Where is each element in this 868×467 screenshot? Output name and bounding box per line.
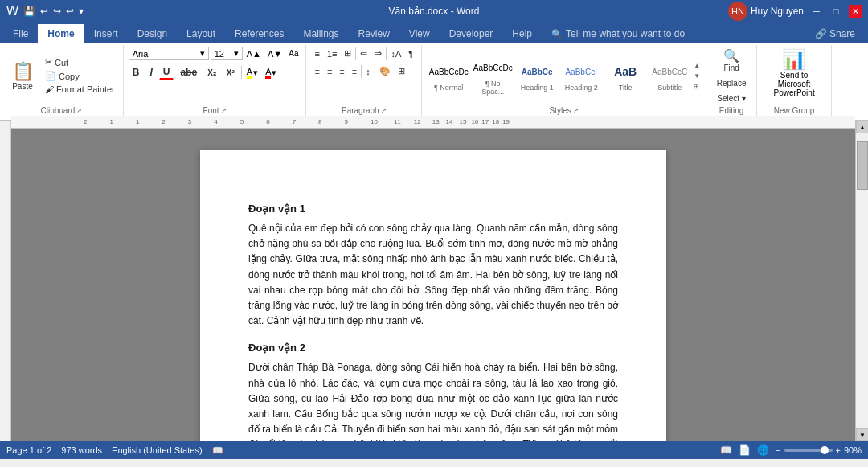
decrease-indent-button[interactable]: ⇐ bbox=[357, 47, 371, 60]
style-subtitle[interactable]: AaBbCcC Subtitle bbox=[648, 57, 691, 94]
zoom-out-button[interactable]: − bbox=[776, 445, 780, 455]
styles-scroll-down[interactable]: ▼ bbox=[693, 72, 701, 80]
tab-help[interactable]: Help bbox=[502, 24, 542, 43]
minimize-button[interactable]: ─ bbox=[810, 5, 823, 18]
paragraph-expand-icon[interactable]: ↗ bbox=[381, 107, 387, 114]
document-container[interactable]: 2 1 1 2 3 4 5 6 7 8 9 10 11 12 13 14 15 … bbox=[11, 121, 855, 441]
styles-gallery: AaBbCcDc ¶ Normal AaBbCcDc ¶ No Spac... … bbox=[427, 53, 691, 98]
bullets-button[interactable]: ≡ bbox=[311, 47, 322, 60]
redo-icon[interactable]: ↪ bbox=[53, 6, 61, 17]
styles-scroll-up[interactable]: ▲ bbox=[693, 61, 701, 70]
styles-scroll-buttons: ▲ ▼ ⊞ bbox=[693, 61, 701, 91]
style-normal[interactable]: AaBbCcDc ¶ Normal bbox=[427, 57, 470, 94]
web-layout-button[interactable]: 🌐 bbox=[757, 444, 769, 456]
shading-button[interactable]: 🎨 bbox=[376, 64, 394, 78]
styles-expand[interactable]: ⊞ bbox=[693, 82, 701, 91]
tab-developer[interactable]: Developer bbox=[440, 24, 503, 43]
scroll-track[interactable] bbox=[856, 133, 868, 428]
show-hide-button[interactable]: ¶ bbox=[405, 47, 416, 60]
justify-button[interactable]: ≡ bbox=[349, 65, 360, 78]
font-color-dropdown[interactable]: ▾ bbox=[272, 68, 276, 78]
undo-icon[interactable]: ↩ bbox=[40, 6, 48, 17]
find-button[interactable]: 🔍 Find bbox=[711, 47, 751, 74]
style-heading2-label: Heading 2 bbox=[565, 84, 598, 92]
tab-design[interactable]: Design bbox=[128, 24, 177, 43]
text-highlight-dropdown[interactable]: ▾ bbox=[253, 68, 258, 78]
style-subtitle-label: Subtitle bbox=[657, 84, 682, 92]
subscript-button[interactable]: X₂ bbox=[203, 67, 220, 79]
undo2-icon[interactable]: ↩ bbox=[66, 6, 74, 17]
tab-file[interactable]: File bbox=[3, 24, 38, 43]
text-highlight-button[interactable]: A ▾ bbox=[244, 66, 260, 80]
multilevel-list-button[interactable]: ⊞ bbox=[341, 47, 354, 60]
bold-button[interactable]: B bbox=[129, 65, 144, 80]
send-to-ppt-button[interactable]: 📊 Send to MicrosoftPowerPoint bbox=[762, 47, 826, 99]
ruler-content: 2 1 1 2 3 4 5 6 7 8 9 10 11 12 13 14 15 … bbox=[11, 121, 855, 128]
style-heading1[interactable]: AaBbCc Heading 1 bbox=[515, 57, 559, 94]
styles-expand-icon[interactable]: ↗ bbox=[573, 107, 579, 114]
scroll-thumb[interactable] bbox=[857, 141, 868, 190]
superscript-button[interactable]: X² bbox=[223, 67, 239, 79]
tab-view[interactable]: View bbox=[399, 24, 440, 43]
style-subtitle-preview: AaBbCcC bbox=[650, 59, 689, 84]
increase-indent-button[interactable]: ⇒ bbox=[371, 47, 385, 60]
font-color-button[interactable]: A ▾ bbox=[263, 66, 279, 80]
section-content-2[interactable]: Dưới chân Tháp Bà Ponaga, dòng sông Cái … bbox=[248, 360, 618, 441]
share-button[interactable]: 🔗 Share bbox=[805, 24, 865, 43]
para-sep2 bbox=[386, 47, 387, 60]
style-heading2[interactable]: AaBbCcI Heading 2 bbox=[559, 57, 603, 94]
font-bottom-row: B I U abc X₂ X² A ▾ A ▾ bbox=[129, 64, 280, 80]
copy-button[interactable]: 📄 Copy bbox=[42, 70, 118, 82]
borders-button[interactable]: ⊞ bbox=[395, 64, 408, 78]
tab-layout[interactable]: Layout bbox=[177, 24, 225, 43]
style-no-spacing[interactable]: AaBbCcDc ¶ No Spac... bbox=[471, 53, 514, 98]
section-title-1: Đoạn vận 1 bbox=[248, 203, 618, 215]
select-button[interactable]: Select ▾ bbox=[711, 92, 751, 104]
style-normal-label: ¶ Normal bbox=[434, 84, 463, 92]
align-center-button[interactable]: ≡ bbox=[324, 65, 335, 78]
tab-home[interactable]: Home bbox=[38, 24, 84, 43]
scroll-down-button[interactable]: ▼ bbox=[856, 428, 868, 441]
close-button[interactable]: ✕ bbox=[849, 5, 862, 18]
line-spacing-button[interactable]: ↕ bbox=[362, 65, 374, 78]
tab-mailings[interactable]: Mailings bbox=[293, 24, 348, 43]
paragraph-content: ≡ 1≡ ⊞ ⇐ ⇒ ↕A ¶ ≡ ≡ ≡ ≡ ↕ bbox=[311, 47, 416, 104]
zoom-slider[interactable] bbox=[784, 449, 833, 452]
tab-search[interactable]: 🔍 Tell me what you want to do bbox=[542, 24, 694, 43]
document-page[interactable]: Đoạn vận 1 Quê nội của em đẹp bởi có con… bbox=[200, 150, 666, 441]
strikethrough-button[interactable]: abc bbox=[176, 65, 201, 80]
font-expand-icon[interactable]: ↗ bbox=[221, 107, 227, 114]
tab-insert[interactable]: Insert bbox=[84, 24, 128, 43]
para-row-2: ≡ ≡ ≡ ≡ ↕ 🎨 ⊞ bbox=[311, 64, 407, 78]
sort-button[interactable]: ↕A bbox=[387, 47, 404, 60]
scroll-up-button[interactable]: ▲ bbox=[856, 121, 868, 133]
read-mode-button[interactable]: 📖 bbox=[720, 444, 732, 456]
zoom-in-button[interactable]: + bbox=[836, 445, 841, 455]
replace-button[interactable]: Replace bbox=[711, 77, 751, 89]
customize-icon[interactable]: ▾ bbox=[79, 6, 84, 17]
paste-button[interactable]: 📋 Paste bbox=[5, 59, 40, 92]
italic-button[interactable]: I bbox=[145, 65, 156, 80]
clipboard-expand-icon[interactable]: ↗ bbox=[76, 107, 82, 114]
font-grow-button[interactable]: A▲ bbox=[244, 48, 264, 59]
tab-references[interactable]: References bbox=[225, 24, 293, 43]
font-size-selector[interactable]: 12 ▾ bbox=[211, 47, 243, 60]
align-right-button[interactable]: ≡ bbox=[336, 65, 347, 78]
style-title[interactable]: AaB Title bbox=[604, 57, 647, 94]
cut-button[interactable]: ✂ Cut bbox=[42, 56, 118, 68]
section-content-1[interactable]: Quê nội của em đẹp bởi có con sông chảy … bbox=[248, 221, 618, 329]
numbering-button[interactable]: 1≡ bbox=[324, 47, 341, 60]
save-icon[interactable]: 💾 bbox=[23, 6, 35, 17]
font-shrink-button[interactable]: A▼ bbox=[265, 48, 285, 59]
tab-review[interactable]: Review bbox=[348, 24, 399, 43]
format-painter-button[interactable]: 🖌 Format Painter bbox=[42, 84, 118, 95]
restore-button[interactable]: □ bbox=[829, 5, 842, 18]
print-layout-button[interactable]: 📄 bbox=[739, 444, 751, 456]
font-name-selector[interactable]: Arial ▾ bbox=[129, 47, 209, 60]
clear-format-button[interactable]: Aa bbox=[286, 48, 301, 59]
underline-button[interactable]: U bbox=[159, 64, 174, 80]
document-wrapper: Đoạn vận 1 Quê nội của em đẹp bởi có con… bbox=[11, 150, 855, 425]
copy-label: Copy bbox=[59, 72, 80, 81]
quick-access-toolbar: W 💾 ↩ ↪ ↩ ▾ bbox=[6, 4, 84, 18]
align-left-button[interactable]: ≡ bbox=[311, 65, 322, 78]
